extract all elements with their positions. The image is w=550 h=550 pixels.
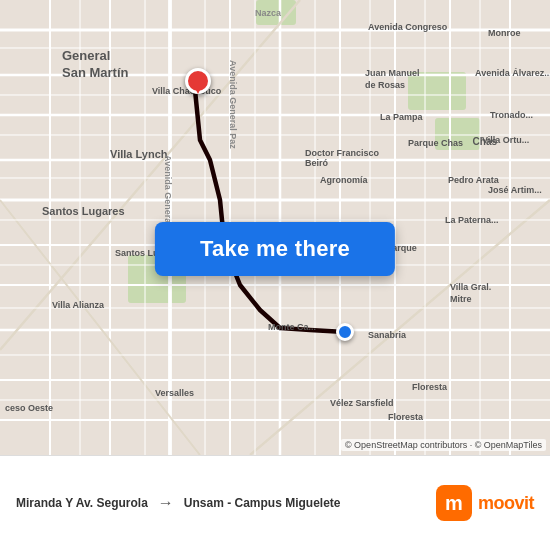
neighborhood-monroe: Monroe xyxy=(488,28,521,38)
neighborhood-versalles: Versalles xyxy=(155,388,194,398)
moovit-icon: m xyxy=(436,485,472,521)
neighborhood-velez-sarsfield: Vélez Sarsfield xyxy=(330,398,394,408)
neighborhood-villa-mitre: Villa Gral.Mitre xyxy=(450,282,491,305)
moovit-text: moovit xyxy=(478,493,534,514)
origin-marker xyxy=(336,323,354,341)
neighborhood-la-pampa: La Pampa xyxy=(380,112,423,122)
road-label-doctor-francisco: Doctor FranciscoBeiró xyxy=(305,148,379,168)
route-arrow: → xyxy=(158,494,174,512)
chas-label: Chas xyxy=(473,136,497,147)
neighborhood-villa-lynch: Villa Lynch xyxy=(110,148,167,160)
neighborhood-monte-ca: Monte Ca... xyxy=(268,322,316,332)
route-from: Miranda Y Av. Segurola xyxy=(16,496,148,510)
osm-attribution: © OpenStreetMap contributors · © OpenMap… xyxy=(341,439,546,451)
map-container: GeneralSan Martín Villa Lynch Santos Lug… xyxy=(0,0,550,455)
route-info: Miranda Y Av. Segurola → Unsam - Campus … xyxy=(16,494,436,512)
neighborhood-tronado: Tronado... xyxy=(490,110,533,120)
take-me-there-button[interactable]: Take me there xyxy=(155,222,395,276)
neighborhood-jose-artim: José Artim... xyxy=(488,185,542,195)
road-nazca: Nazca xyxy=(255,8,281,18)
neighborhood-floresta-1: Floresta xyxy=(412,382,447,392)
neighborhood-ceso-oeste: ceso Oeste xyxy=(5,403,53,413)
road-av: Avenida General Paz xyxy=(228,60,238,149)
neighborhood-villa-alianza: Villa Alianza xyxy=(52,300,104,310)
neighborhood-santos-lugares-main: Santos Lugares xyxy=(42,205,125,217)
destination-marker xyxy=(186,68,210,98)
neighborhood-av-alvarez: Avenida Álvarez... xyxy=(475,68,550,78)
neighborhood-pedro-arata: Pedro Arata xyxy=(448,175,499,185)
neighborhood-la-paterna: La Paterna... xyxy=(445,215,499,225)
moovit-logo: m moovit xyxy=(436,485,534,521)
neighborhood-juan-manuel: Juan Manuelde Rosas xyxy=(365,68,420,91)
bottom-bar: Miranda Y Av. Segurola → Unsam - Campus … xyxy=(0,455,550,550)
neighborhood-general-san-martin: GeneralSan Martín xyxy=(62,48,128,82)
neighborhood-sanabria: Sanabria xyxy=(368,330,406,340)
route-to: Unsam - Campus Miguelete xyxy=(184,496,341,510)
neighborhood-agronomia: Agronomía xyxy=(320,175,368,185)
road-av-congreso: Avenida Congreso xyxy=(368,22,447,32)
neighborhood-parque-chas: Parque Chas xyxy=(408,138,463,148)
neighborhood-floresta-2: Floresta xyxy=(388,412,423,422)
